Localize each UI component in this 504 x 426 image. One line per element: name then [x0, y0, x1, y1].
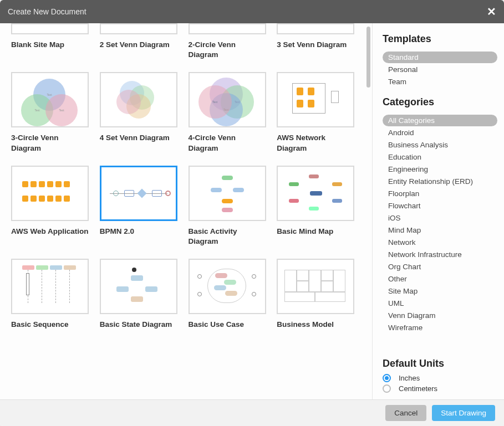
template-card[interactable]: TextTextText4-Circle Venn Diagram: [189, 72, 266, 153]
template-thumbnail[interactable]: [277, 72, 354, 127]
template-label: Blank Site Map: [11, 40, 89, 50]
template-card[interactable]: 2 Set Venn Diagram: [100, 23, 177, 60]
gallery-wrap: Blank Site Map2 Set Venn Diagram2-Circle…: [0, 23, 372, 399]
template-gallery[interactable]: Blank Site Map2 Set Venn Diagram2-Circle…: [0, 23, 365, 399]
category-item[interactable]: iOS: [383, 212, 497, 224]
unit-option[interactable]: Centimeters: [383, 384, 497, 393]
template-label: 3 Set Venn Diagram: [277, 40, 354, 50]
category-item[interactable]: Android: [383, 127, 497, 138]
category-item[interactable]: All Categories: [383, 115, 497, 126]
close-icon[interactable]: ✕: [487, 5, 496, 18]
category-item[interactable]: Venn Diagram: [383, 310, 497, 321]
template-card[interactable]: BPMN 2.0: [100, 166, 177, 247]
category-item[interactable]: Education: [383, 151, 497, 163]
categories-heading: Categories: [383, 96, 497, 108]
template-thumbnail[interactable]: [189, 23, 266, 34]
default-units-section: Default Units InchesCentimeters: [383, 358, 497, 393]
template-scope-item[interactable]: Team: [383, 76, 497, 88]
unit-label: Inches: [399, 374, 420, 382]
template-card[interactable]: Basic Sequence: [11, 259, 89, 330]
category-item[interactable]: Mind Map: [383, 224, 497, 236]
template-card[interactable]: AWS Web Application: [11, 166, 89, 247]
category-item[interactable]: UML: [383, 297, 497, 309]
category-item[interactable]: Site Map: [383, 285, 497, 297]
units-heading: Default Units: [383, 358, 497, 369]
category-item[interactable]: Org Chart: [383, 261, 497, 273]
cancel-button[interactable]: Cancel: [385, 405, 426, 421]
template-card[interactable]: 4 Set Venn Diagram: [100, 72, 177, 153]
template-label: 4 Set Venn Diagram: [100, 133, 177, 143]
template-thumbnail[interactable]: [189, 259, 266, 314]
template-card[interactable]: 2-Circle Venn Diagram: [189, 23, 266, 60]
category-item[interactable]: Business Analysis: [383, 139, 497, 151]
template-thumbnail[interactable]: [100, 23, 177, 34]
category-item[interactable]: Wireframe: [383, 322, 497, 333]
template-card[interactable]: 3 Set Venn Diagram: [277, 23, 354, 60]
template-card[interactable]: Business Model: [277, 259, 354, 330]
scroll-thumb[interactable]: [366, 27, 370, 88]
template-card[interactable]: AWS Network Diagram: [277, 72, 354, 153]
category-item[interactable]: Entity Relationship (ERD): [383, 176, 497, 187]
template-scope-item[interactable]: Personal: [383, 64, 497, 75]
template-thumbnail[interactable]: [277, 166, 354, 221]
dialog-title: Create New Document: [8, 7, 86, 16]
template-thumbnail[interactable]: [100, 259, 177, 314]
unit-option[interactable]: Inches: [383, 374, 497, 382]
template-thumbnail[interactable]: [11, 23, 89, 34]
template-thumbnail[interactable]: [277, 259, 354, 314]
template-thumbnail[interactable]: [11, 259, 89, 314]
template-card[interactable]: TextTextText3-Circle Venn Diagram: [11, 72, 89, 153]
create-document-dialog: Create New Document ✕ Blank Site Map2 Se…: [0, 0, 504, 426]
category-item[interactable]: Network: [383, 237, 497, 248]
gallery-scrollbar[interactable]: [365, 23, 372, 399]
template-label: 2 Set Venn Diagram: [100, 40, 177, 50]
category-item[interactable]: Floorplan: [383, 188, 497, 199]
template-label: Basic Use Case: [189, 320, 266, 330]
radio-icon[interactable]: [383, 384, 391, 393]
template-thumbnail[interactable]: TextTextText: [11, 72, 89, 127]
template-label: Basic State Diagram: [100, 320, 177, 330]
sidebar: Templates StandardPersonalTeam Categorie…: [372, 23, 504, 399]
category-list: All CategoriesAndroidBusiness AnalysisEd…: [383, 115, 497, 333]
template-thumbnail[interactable]: [100, 72, 177, 127]
template-label: 2-Circle Venn Diagram: [189, 40, 266, 60]
template-card[interactable]: Basic Use Case: [189, 259, 266, 330]
unit-label: Centimeters: [399, 384, 437, 393]
dialog-body: Blank Site Map2 Set Venn Diagram2-Circle…: [0, 23, 504, 399]
template-card[interactable]: Basic State Diagram: [100, 259, 177, 330]
category-item[interactable]: Other: [383, 273, 497, 285]
template-label: Basic Sequence: [11, 320, 89, 330]
template-label: 3-Circle Venn Diagram: [11, 133, 89, 153]
start-drawing-button[interactable]: Start Drawing: [432, 405, 495, 421]
template-thumbnail[interactable]: [100, 166, 177, 221]
template-label: AWS Network Diagram: [277, 133, 354, 153]
category-item[interactable]: Network Infrastructure: [383, 249, 497, 260]
template-label: AWS Web Application: [11, 227, 89, 237]
category-item[interactable]: Flowchart: [383, 200, 497, 212]
template-card[interactable]: Basic Activity Diagram: [189, 166, 266, 247]
template-label: Basic Activity Diagram: [189, 227, 266, 247]
templates-heading: Templates: [383, 33, 497, 45]
category-item[interactable]: Engineering: [383, 163, 497, 175]
template-card[interactable]: Blank Site Map: [11, 23, 89, 60]
template-thumbnail[interactable]: [11, 166, 89, 221]
template-label: 4-Circle Venn Diagram: [189, 133, 266, 153]
template-scope-item[interactable]: Standard: [383, 52, 497, 63]
template-label: Business Model: [277, 320, 354, 330]
template-label: BPMN 2.0: [100, 227, 177, 237]
dialog-footer: Cancel Start Drawing: [0, 399, 504, 426]
template-label: Basic Mind Map: [277, 227, 354, 237]
dialog-titlebar: Create New Document ✕: [0, 0, 504, 23]
radio-icon[interactable]: [383, 374, 391, 382]
template-thumbnail[interactable]: [189, 166, 266, 221]
template-thumbnail[interactable]: [277, 23, 354, 34]
template-thumbnail[interactable]: TextTextText: [189, 72, 266, 127]
template-scope-list: StandardPersonalTeam: [383, 52, 497, 88]
template-card[interactable]: Basic Mind Map: [277, 166, 354, 247]
